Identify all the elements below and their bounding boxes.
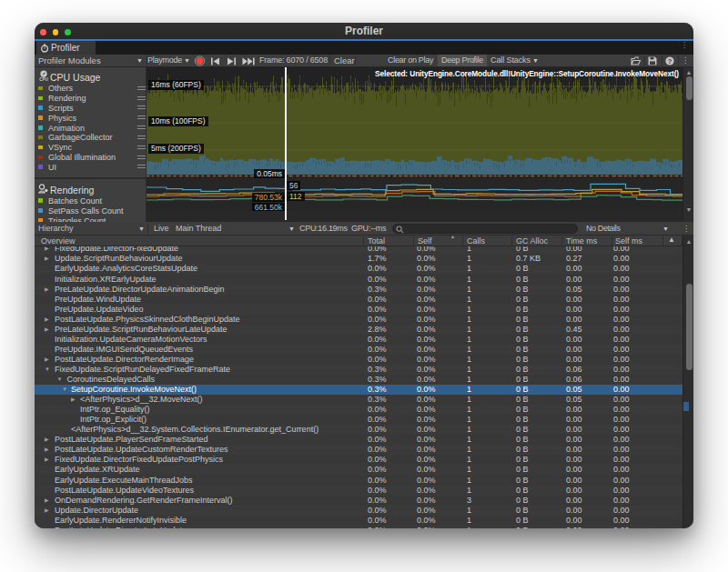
- svg-text:CPU: CPU: [39, 76, 48, 80]
- svg-text:?: ?: [668, 57, 672, 65]
